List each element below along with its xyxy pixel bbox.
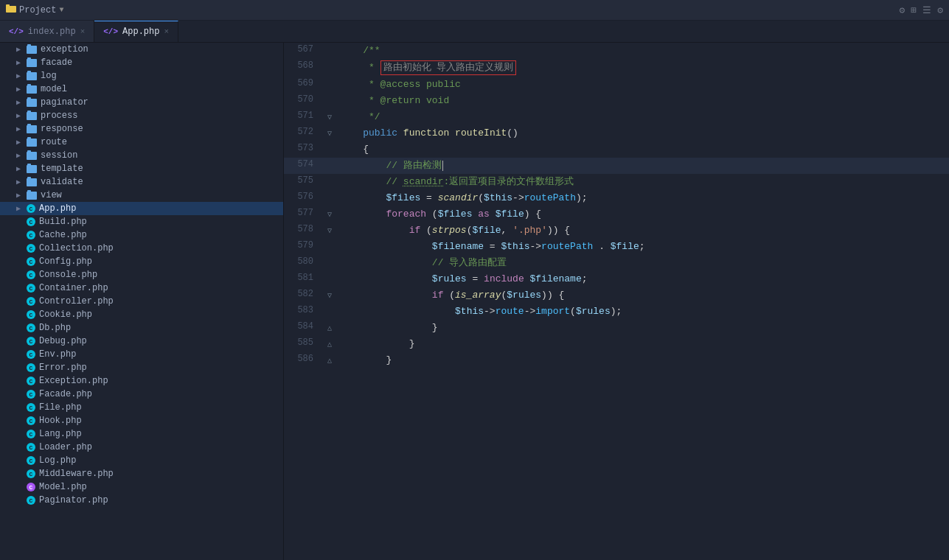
folder-icon <box>27 59 37 67</box>
code-line-582: 582 ▽ if (is_array($rules)) { <box>284 287 949 304</box>
line-number: 574 <box>284 158 322 174</box>
tab-index-php[interactable]: </> index.php × <box>0 21 94 42</box>
sidebar-item-container-php[interactable]: ▶ C Container.php <box>0 281 283 295</box>
folder-icon <box>27 112 37 120</box>
sidebar-item-cache-php[interactable]: ▶ C Cache.php <box>0 228 283 242</box>
sidebar-item-app-php[interactable]: ▶ C App.php <box>0 202 283 215</box>
sidebar-item-process[interactable]: ▶ process <box>0 109 283 122</box>
line-number: 573 <box>284 141 322 158</box>
line-number: 586 <box>284 352 322 368</box>
sidebar-item-db-php[interactable]: ▶ C Db.php <box>0 321 283 335</box>
code-content: $rules = include $filename; <box>337 271 949 287</box>
sidebar-item-response[interactable]: ▶ response <box>0 122 283 136</box>
code-line-583: 583 $this->route->import($rules); <box>284 304 949 320</box>
line-number: 567 <box>284 43 322 59</box>
sidebar-item-template[interactable]: ▶ template <box>0 162 283 175</box>
fold-marker <box>322 59 337 77</box>
item-label: Paginator.php <box>39 495 108 505</box>
item-label: Collection.php <box>39 243 114 253</box>
sidebar-item-config-php[interactable]: ▶ C Config.php <box>0 255 283 268</box>
file-icon: C <box>27 270 35 279</box>
code-content: } <box>337 336 949 352</box>
file-icon: C <box>27 496 35 505</box>
sidebar-item-facade-php[interactable]: ▶ C Facade.php <box>0 388 283 401</box>
arrow-icon: ▶ <box>16 151 27 160</box>
sidebar-item-exception-php[interactable]: ▶ C Exception.php <box>0 374 283 388</box>
sidebar-item-model-php[interactable]: ▶ C Model.php <box>0 480 283 494</box>
sidebar-item-lang-php[interactable]: ▶ C Lang.php <box>0 427 283 441</box>
sidebar-item-view[interactable]: ▶ view <box>0 189 283 202</box>
line-number: 580 <box>284 255 322 271</box>
file-icon: C <box>27 310 35 319</box>
fold-marker[interactable]: ▽ <box>322 125 337 141</box>
code-line-571: 571 ▽ */ <box>284 109 949 125</box>
folder-icon <box>27 165 37 173</box>
tab-label: index.php <box>28 27 76 37</box>
fold-marker <box>322 271 337 287</box>
project-title[interactable]: Project ▼ <box>6 4 63 15</box>
code-content: if (strpos($file, '.php')) { <box>337 223 949 239</box>
file-icon: C <box>27 483 35 491</box>
item-label: Console.php <box>39 270 97 280</box>
line-number: 577 <box>284 206 322 223</box>
sidebar-item-file-php[interactable]: ▶ C File.php <box>0 401 283 414</box>
fold-marker <box>322 174 337 190</box>
sidebar-item-cookie-php[interactable]: ▶ C Cookie.php <box>0 308 283 321</box>
sidebar-item-model[interactable]: ▶ model <box>0 83 283 96</box>
item-label: Cookie.php <box>39 309 92 320</box>
sidebar-item-exception[interactable]: ▶ exception <box>0 43 283 56</box>
sidebar-item-validate[interactable]: ▶ validate <box>0 175 283 189</box>
file-icon: C <box>27 390 35 399</box>
sidebar-item-controller-php[interactable]: ▶ C Controller.php <box>0 295 283 308</box>
sidebar-item-middleware-php[interactable]: ▶ C Middleware.php <box>0 467 283 480</box>
sidebar-item-error-php[interactable]: ▶ C Error.php <box>0 361 283 374</box>
item-label: exception <box>41 44 88 55</box>
sidebar-item-hook-php[interactable]: ▶ C Hook.php <box>0 414 283 427</box>
arrow-icon: ▶ <box>16 191 27 200</box>
fold-marker[interactable]: ▽ <box>322 206 337 223</box>
sidebar-item-paginator[interactable]: ▶ paginator <box>0 96 283 109</box>
settings-icon[interactable]: ⚙ <box>900 4 905 16</box>
item-label: Hook.php <box>39 416 82 426</box>
sidebar-item-route[interactable]: ▶ route <box>0 136 283 149</box>
sidebar-item-paginator-php[interactable]: ▶ C Paginator.php <box>0 494 283 507</box>
layout-icon[interactable]: ⊞ <box>911 4 917 16</box>
fold-marker[interactable]: ▽ <box>322 223 337 239</box>
folder-icon <box>27 85 37 94</box>
sidebar-item-collection-php[interactable]: ▶ C Collection.php <box>0 242 283 255</box>
item-label: Env.php <box>39 349 76 360</box>
menu-icon[interactable]: ☰ <box>922 4 931 16</box>
tab-app-php[interactable]: </> App.php × <box>94 21 178 42</box>
sidebar-item-facade[interactable]: ▶ facade <box>0 56 283 69</box>
code-line-577: 577 ▽ foreach ($files as $file) { <box>284 206 949 223</box>
sidebar-item-session[interactable]: ▶ session <box>0 149 283 162</box>
sidebar-item-loader-php[interactable]: ▶ C Loader.php <box>0 441 283 454</box>
code-line-584: 584 △ } <box>284 320 949 336</box>
line-number: 569 <box>284 77 322 93</box>
arrow-icon: ▶ <box>16 125 27 133</box>
close-icon[interactable]: × <box>164 27 169 36</box>
project-arrow[interactable]: ▼ <box>59 6 63 14</box>
arrow-icon: ▶ <box>16 164 27 173</box>
line-number: 585 <box>284 336 322 352</box>
file-icon: C <box>27 204 35 213</box>
fold-marker[interactable]: ▽ <box>322 109 337 125</box>
sidebar-item-log[interactable]: ▶ log <box>0 69 283 83</box>
sidebar-item-build-php[interactable]: ▶ C Build.php <box>0 215 283 228</box>
sidebar-item-debug-php[interactable]: ▶ C Debug.php <box>0 335 283 348</box>
sidebar-item-log-php[interactable]: ▶ C Log.php <box>0 454 283 467</box>
gear-icon[interactable]: ⚙ <box>937 4 943 16</box>
close-icon[interactable]: × <box>80 27 86 36</box>
fold-marker[interactable]: △ <box>322 320 337 336</box>
item-label: Cache.php <box>39 230 87 240</box>
line-number: 571 <box>284 109 322 125</box>
sidebar-item-console-php[interactable]: ▶ C Console.php <box>0 268 283 281</box>
file-icon: C <box>27 217 35 226</box>
fold-marker[interactable]: ▽ <box>322 287 337 304</box>
sidebar-item-env-php[interactable]: ▶ C Env.php <box>0 348 283 361</box>
fold-marker[interactable]: △ <box>322 336 337 352</box>
fold-marker[interactable]: △ <box>322 352 337 368</box>
arrow-icon: ▶ <box>16 58 27 67</box>
file-tree: ▶ exception ▶ facade ▶ log ▶ model ▶ pag… <box>0 43 284 560</box>
item-label: view <box>41 190 62 200</box>
